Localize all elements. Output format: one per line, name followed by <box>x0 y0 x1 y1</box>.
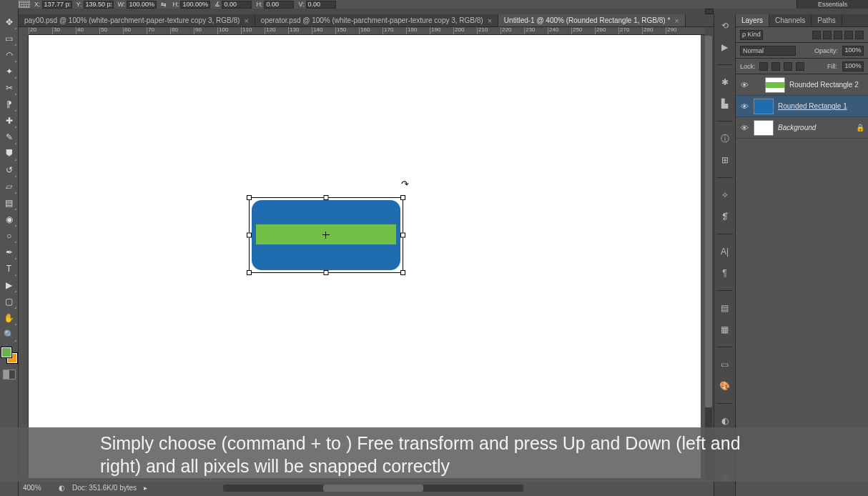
stamp-tool[interactable]: ⛊ <box>1 146 17 162</box>
filter-shape-icon[interactable] <box>844 31 853 39</box>
hand-tool[interactable]: ✋ <box>1 310 17 326</box>
marquee-tool[interactable]: ▭ <box>1 31 17 46</box>
zoom-tool[interactable]: 🔍 <box>1 327 17 342</box>
angle-input[interactable] <box>222 1 252 9</box>
w-input[interactable] <box>127 1 157 9</box>
info-icon[interactable]: ⓘ <box>718 132 732 146</box>
filter-adjust-icon[interactable] <box>823 31 832 39</box>
transform-handle[interactable] <box>247 233 252 238</box>
vskew-input[interactable] <box>306 1 336 9</box>
filter-smart-icon[interactable] <box>855 31 864 39</box>
canvas-viewport[interactable]: ↷ <box>29 35 705 479</box>
close-icon[interactable]: × <box>674 16 679 25</box>
layer-name[interactable]: Rounded Rectangle 1 <box>778 102 847 110</box>
swatches-icon[interactable]: 🎨 <box>718 379 732 393</box>
layer-row[interactable]: 👁 Rounded Rectangle 2 <box>736 74 868 96</box>
ref-point-icon[interactable] <box>19 1 30 8</box>
horizontal-scrollbar[interactable] <box>223 485 523 492</box>
visibility-icon[interactable]: 👁 <box>739 81 749 89</box>
blur-tool[interactable]: ◉ <box>1 212 17 227</box>
vertical-ruler[interactable] <box>19 35 29 479</box>
quickmask-toggle[interactable] <box>3 369 16 380</box>
pen-tool[interactable]: ✒ <box>1 244 17 260</box>
fg-color[interactable] <box>1 347 11 357</box>
shape-tool[interactable]: ▢ <box>1 294 17 309</box>
move-tool[interactable]: ✥ <box>1 14 17 30</box>
y-input[interactable] <box>84 1 114 9</box>
layer-name[interactable]: Background <box>778 124 816 132</box>
transform-handle[interactable] <box>324 270 329 275</box>
navigator-icon[interactable]: ▭ <box>718 357 732 372</box>
filter-pixel-icon[interactable] <box>812 31 821 39</box>
rounded-rectangle-2[interactable] <box>252 224 400 244</box>
workspace-switcher[interactable]: Essentials <box>797 0 868 9</box>
history-brush-tool[interactable]: ↺ <box>1 162 17 178</box>
history-icon[interactable]: ⟲ <box>718 19 732 33</box>
scrollbar-thumb[interactable] <box>323 485 423 492</box>
dodge-tool[interactable]: ○ <box>1 228 17 244</box>
transform-handle[interactable] <box>247 270 252 275</box>
color-swatches[interactable] <box>1 347 17 363</box>
chevron-right-icon[interactable]: ▸ <box>144 484 147 492</box>
eyedropper-tool[interactable]: ⁋ <box>1 96 17 112</box>
tab-layers[interactable]: Layers <box>736 14 769 26</box>
layer-thumb[interactable] <box>754 120 774 136</box>
canvas[interactable]: ↷ <box>29 35 701 478</box>
h-input[interactable] <box>180 1 210 9</box>
horizontal-ruler[interactable]: 20 30 40 50 60 70 80 90 100 110 120 130 … <box>29 27 705 35</box>
layer-thumb[interactable] <box>765 77 785 93</box>
visibility-icon[interactable]: 👁 <box>739 124 749 132</box>
blend-mode-select[interactable]: Normal <box>740 46 796 56</box>
properties-icon[interactable]: ⊞ <box>718 153 732 167</box>
close-icon[interactable]: × <box>488 16 492 25</box>
filter-type-icon[interactable] <box>834 31 842 39</box>
transform-handle[interactable] <box>400 233 405 238</box>
transform-handle[interactable] <box>324 195 329 200</box>
lock-position-icon[interactable] <box>784 62 792 71</box>
type-tool[interactable]: T <box>1 261 17 277</box>
collapsed-panel-icon[interactable] <box>705 9 714 14</box>
scrollbar-thumb[interactable] <box>705 36 712 407</box>
fill-value[interactable]: 100% <box>842 61 864 71</box>
eraser-tool[interactable]: ▱ <box>1 179 17 194</box>
doc-tab-0[interactable]: pay00.psd @ 100% (white-parchment-paper-… <box>19 14 255 26</box>
brush-settings-icon[interactable]: ✱ <box>718 75 732 89</box>
lock-pixels-icon[interactable] <box>771 62 780 71</box>
filter-kind-select[interactable]: ρ Kind <box>740 30 763 40</box>
wand-tool[interactable]: ✦ <box>1 64 17 79</box>
layer-thumb[interactable] <box>754 99 774 114</box>
opacity-value[interactable]: 100% <box>842 46 864 56</box>
rounded-rectangle-1[interactable] <box>252 200 400 270</box>
tab-paths[interactable]: Paths <box>812 14 842 26</box>
transform-handle[interactable] <box>400 270 405 275</box>
doc-tab-1[interactable]: operator.psd @ 100% (white-parchment-pap… <box>255 14 498 26</box>
tab-channels[interactable]: Channels <box>769 14 812 26</box>
close-icon[interactable]: × <box>244 16 248 25</box>
link-icon[interactable]: ⇆ <box>161 1 168 8</box>
ruler-origin[interactable] <box>19 27 29 35</box>
crop-tool[interactable]: ✂ <box>1 80 17 96</box>
layers-icon[interactable]: ▤ <box>718 301 732 315</box>
visibility-icon[interactable]: 👁 <box>739 102 749 111</box>
adjustments-icon[interactable]: ◐ <box>718 414 732 428</box>
paragraph-styles-icon[interactable]: ❡ <box>718 209 732 224</box>
heal-tool[interactable]: ✚ <box>1 113 17 129</box>
character-icon[interactable]: ✧ <box>718 188 732 202</box>
transform-handle[interactable] <box>247 195 252 200</box>
layer-row[interactable]: 👁 Rounded Rectangle 1 <box>736 96 868 117</box>
layer-name[interactable]: Rounded Rectangle 2 <box>789 81 859 89</box>
doc-tab-2[interactable]: Untitled-1 @ 400% (Rounded Rectangle 1, … <box>498 14 686 26</box>
lasso-tool[interactable]: ◠ <box>1 47 17 63</box>
gradient-tool[interactable]: ▤ <box>1 195 17 211</box>
type-icon[interactable]: A| <box>718 244 732 259</box>
lock-all-icon[interactable] <box>796 62 804 71</box>
transform-handle[interactable] <box>400 195 405 200</box>
zoom-level[interactable]: 400% <box>23 484 51 492</box>
channels-icon[interactable]: ▦ <box>718 322 732 337</box>
x-input[interactable] <box>42 1 72 9</box>
brush-tool[interactable]: ✎ <box>1 129 17 145</box>
lock-transparent-icon[interactable] <box>759 62 768 71</box>
vertical-scrollbar[interactable] <box>705 36 712 479</box>
path-select-tool[interactable]: ▶ <box>1 277 17 293</box>
hskew-input[interactable] <box>264 1 294 9</box>
